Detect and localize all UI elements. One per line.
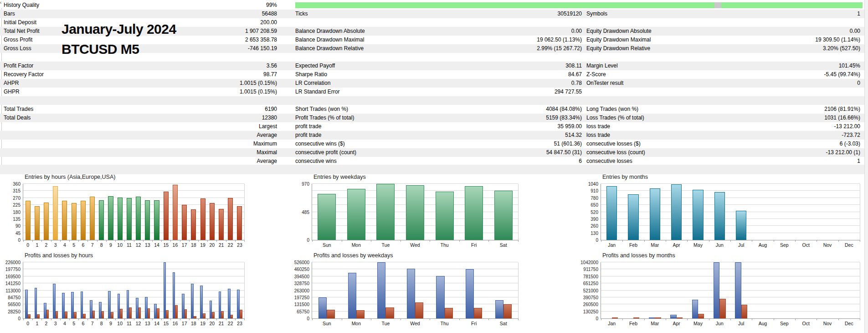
gridline bbox=[601, 290, 860, 291]
gridline bbox=[312, 183, 518, 184]
bar-loss-21 bbox=[221, 311, 224, 318]
y-axis-tick-label: 970 bbox=[289, 182, 309, 187]
y-axis-tick-label: 780 bbox=[578, 196, 598, 201]
bar-entries-May bbox=[693, 190, 704, 240]
stat-value: 99% bbox=[159, 1, 277, 10]
stat-value: 0.00 bbox=[410, 27, 582, 36]
x-axis-tick-label: 13 bbox=[145, 321, 150, 326]
x-axis-tick-label: Nov bbox=[823, 242, 832, 248]
x-axis-tick bbox=[60, 318, 61, 320]
x-axis-tick bbox=[644, 240, 645, 242]
x-axis-tick-label: Aug bbox=[759, 242, 767, 248]
strategy-tester-report: ‹ History Quality99%Bars56488Ticks305191… bbox=[0, 0, 868, 333]
x-axis-tick-label: 3 bbox=[54, 242, 57, 248]
x-axis-tick-label: 6 bbox=[82, 242, 84, 248]
y-axis-tick-label: 360 bbox=[0, 182, 21, 187]
chart-entries-by-hours: Entries by hours (Asia,Europe,USA)045901… bbox=[1, 172, 249, 251]
y-axis-tick-label: 390750 bbox=[578, 295, 598, 300]
stat-value: 2106 (81.91%) bbox=[702, 105, 860, 114]
x-axis-tick-label: 12 bbox=[136, 321, 141, 326]
y-axis-tick-label: 113000 bbox=[0, 288, 21, 293]
gridline bbox=[23, 262, 244, 262]
x-axis-tick-label: 18 bbox=[191, 321, 196, 326]
x-axis-tick-label: 13 bbox=[145, 242, 150, 248]
bar-entries-23 bbox=[237, 206, 242, 240]
x-axis-tick bbox=[342, 240, 342, 242]
x-axis-tick-label: Jun bbox=[716, 242, 724, 248]
x-axis-tick-label: Aug bbox=[759, 321, 767, 326]
stat-label: Loss Trades (% of total) bbox=[586, 114, 644, 122]
x-axis-tick-label: Wed bbox=[410, 242, 420, 248]
x-axis-tick bbox=[860, 318, 860, 320]
stat-value: Maximum bbox=[159, 140, 277, 148]
x-axis-tick-label: Fri bbox=[471, 242, 477, 248]
stat-value: 2.99% (15 267.72) bbox=[410, 44, 582, 53]
x-axis-tick bbox=[709, 318, 709, 320]
y-axis-tick-label: 130250 bbox=[578, 309, 598, 314]
y-axis-tick-label: 56500 bbox=[0, 302, 21, 307]
y-axis-tick-label: 651250 bbox=[578, 281, 598, 286]
stat-label: Profit Trades (% of total) bbox=[295, 114, 354, 122]
stat-label: Equity Drawdown Absolute bbox=[586, 27, 652, 36]
bar-loss-May bbox=[698, 314, 704, 318]
chart-plot-area: 0282505650084750113000141250169500197750… bbox=[23, 262, 245, 319]
gridline bbox=[601, 225, 860, 226]
x-axis-tick bbox=[488, 240, 489, 242]
stat-label: Ticks bbox=[295, 10, 308, 18]
y-axis-tick-label: 90 bbox=[0, 224, 21, 229]
x-axis-tick bbox=[666, 240, 666, 242]
x-axis-tick bbox=[207, 240, 208, 242]
x-axis-tick bbox=[60, 240, 61, 242]
x-axis-tick bbox=[152, 318, 153, 320]
stat-value: 98.77 bbox=[159, 70, 277, 79]
stat-label: AHPR bbox=[4, 79, 19, 88]
bar-loss-Jan bbox=[612, 317, 618, 318]
x-axis-tick bbox=[371, 318, 371, 320]
gridline bbox=[601, 219, 860, 219]
stat-label: Recovery Factor bbox=[4, 70, 44, 79]
bar-entries-4 bbox=[62, 201, 67, 240]
gridline bbox=[601, 198, 860, 198]
stat-label: Balance Drawdown Relative bbox=[295, 44, 364, 53]
table-row bbox=[0, 96, 868, 105]
x-axis-tick bbox=[87, 240, 88, 242]
x-axis-tick bbox=[622, 240, 623, 242]
x-axis-tick-label: 19 bbox=[200, 242, 205, 248]
stat-label: Bars bbox=[4, 10, 15, 18]
table-row: Maximalconsecutive profit (count)54 847.… bbox=[0, 148, 868, 157]
gridline bbox=[601, 190, 860, 191]
x-axis-tick bbox=[235, 240, 236, 242]
y-axis-tick-label: 1042000 bbox=[578, 260, 598, 265]
gridline bbox=[23, 269, 244, 269]
x-axis-tick bbox=[115, 240, 116, 242]
stat-label: Gross Loss bbox=[4, 44, 31, 53]
stat-label: Sharpe Ratio bbox=[295, 70, 327, 79]
chart-profits-losses-by-weekdays: Profits and losses by weekdays0657501315… bbox=[290, 250, 523, 330]
bar-profit-Mon bbox=[348, 273, 356, 318]
bar-loss-6 bbox=[83, 314, 86, 318]
x-axis-tick-label: Tue bbox=[382, 242, 390, 248]
x-axis-tick-label: 20 bbox=[209, 321, 215, 326]
x-axis-tick bbox=[41, 318, 42, 320]
gridline bbox=[312, 276, 518, 276]
gridline bbox=[601, 269, 860, 269]
x-axis-tick bbox=[838, 318, 839, 320]
bar-entries-Tue bbox=[376, 184, 395, 240]
bar-loss-Wed bbox=[415, 302, 423, 318]
vertical-scrollbar[interactable] bbox=[864, 0, 868, 333]
bar-entries-9 bbox=[108, 196, 113, 240]
x-axis-tick-label: 7 bbox=[91, 242, 94, 248]
stat-value: -746 150.19 bbox=[159, 44, 277, 53]
bar-loss-Jun bbox=[719, 299, 725, 318]
y-axis-tick-label: 910 bbox=[578, 188, 598, 193]
x-axis-tick-label: Jun bbox=[716, 321, 724, 326]
x-axis-tick-label: 16 bbox=[173, 321, 178, 326]
stat-label: Initial Deposit bbox=[4, 18, 36, 27]
bar-entries-22 bbox=[228, 198, 233, 240]
x-axis-tick bbox=[430, 318, 430, 320]
bar-entries-20 bbox=[210, 203, 215, 240]
bar-entries-Feb bbox=[628, 194, 639, 240]
x-axis-tick bbox=[78, 240, 79, 242]
x-axis-tick-label: Mar bbox=[651, 321, 659, 326]
bar-entries-6 bbox=[81, 201, 86, 240]
